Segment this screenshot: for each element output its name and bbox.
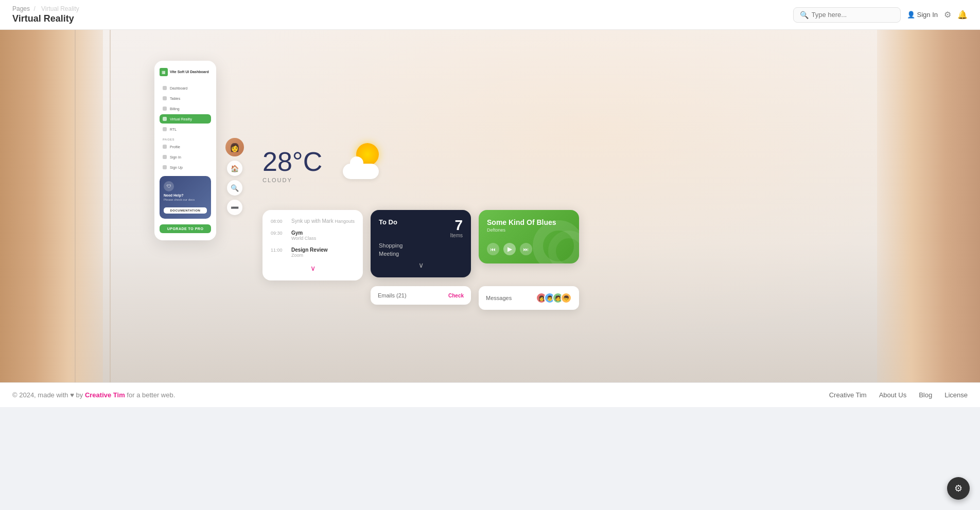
avatar: 👩 — [225, 138, 244, 156]
sidebar-item-rtl[interactable]: RTL — [160, 125, 211, 134]
nav-dot — [163, 165, 167, 169]
todo-list: Shopping Meeting — [379, 242, 463, 257]
schedule-info-1: Synk up with Mark Hangouts — [291, 218, 355, 224]
nav-dot — [163, 155, 167, 159]
notification-icon[interactable]: 🔔 — [957, 10, 968, 20]
schedule-title-1: Synk up with Mark Hangouts — [291, 218, 355, 224]
help-title: Need Help? — [164, 194, 207, 197]
search-box: 🔍 — [793, 7, 901, 23]
home-icon-button[interactable]: 🏠 — [227, 161, 242, 176]
todo-chevron[interactable]: ∨ — [379, 261, 463, 269]
sidebar-label-tables: Tables — [170, 97, 180, 100]
dashboard-panel: ▦ Vite Soft UI Dashboard Dashboard Table… — [154, 61, 216, 240]
cloud-icon — [343, 164, 379, 179]
todo-card: To Do 7 Items Shopping Meeting ∨ — [371, 210, 471, 277]
music-play-button[interactable]: ▶ — [503, 243, 516, 255]
schedule-info-3: Design Review Zoom — [291, 247, 328, 258]
header-right: 🔍 👤 Sign In ⚙ 🔔 — [793, 7, 968, 23]
weather-temperature: 28°C — [262, 148, 322, 175]
schedule-chevron[interactable]: ∨ — [271, 264, 355, 272]
minus-icon-button[interactable]: ➖ — [227, 200, 242, 215]
search-input[interactable] — [812, 11, 894, 19]
schedule-info-2: Gym World Class — [291, 230, 316, 241]
floating-settings-button[interactable]: ⚙ — [947, 477, 970, 500]
footer-link-creative-tim[interactable]: Creative Tim — [829, 391, 867, 399]
music-next-button[interactable]: ⏭ — [520, 243, 532, 255]
emails-label: Emails (21) — [378, 292, 407, 298]
panel-logo-icon: ▦ — [160, 68, 168, 76]
todo-number: 7 — [450, 218, 463, 233]
emails-card: Emails (21) Check — [371, 286, 471, 305]
music-title: Some Kind Of Blues — [487, 218, 571, 226]
breadcrumb: Pages / Virtual Reality — [12, 5, 81, 12]
sidebar-label-vr: Virtual Reality — [170, 117, 192, 121]
weather-widget: 28°C CLOUDY — [262, 148, 322, 183]
schedule-time-3: 11:00 — [271, 247, 286, 258]
todo-item-2: Meeting — [379, 251, 463, 257]
schedule-sub-3: Zoom — [291, 253, 328, 258]
schedule-time-1: 08:00 — [271, 218, 286, 224]
schedule-item-2: 09:30 Gym World Class — [271, 230, 355, 241]
footer-copyright: © 2024, made with ♥ by Creative Tim for … — [12, 391, 175, 399]
footer-author-link[interactable]: Creative Tim — [85, 391, 125, 399]
upgrade-button[interactable]: UPGRADE TO PRO — [160, 224, 211, 233]
footer-copyright-text: © 2024, made with — [12, 391, 68, 399]
breadcrumb-area: Pages / Virtual Reality Virtual Reality — [12, 5, 81, 24]
room-background — [0, 30, 980, 382]
sidebar-item-sign-up[interactable]: Sign Up — [160, 163, 211, 172]
settings-icon[interactable]: ⚙ — [944, 10, 951, 20]
footer-links: Creative Tim About Us Blog License — [829, 391, 968, 399]
page-title: Virtual Reality — [12, 13, 81, 24]
footer-by: by — [76, 391, 83, 399]
sidebar-label-profile: Profile — [170, 145, 180, 149]
message-avatar-4: 👦 — [561, 292, 572, 304]
sidebar-item-sign-in[interactable]: Sign In — [160, 152, 211, 162]
panel-logo: ▦ Vite Soft UI Dashboard — [160, 68, 211, 76]
schedule-title-2: Gym — [291, 230, 316, 236]
pages-section-label: PAGES — [160, 135, 211, 142]
music-artist: Deftones — [487, 227, 571, 233]
breadcrumb-pages-link[interactable]: Pages — [12, 5, 30, 12]
documentation-button[interactable]: DOCUMENTATION — [164, 207, 207, 214]
nav-dot — [163, 86, 167, 90]
sidebar-item-billing[interactable]: Billing — [160, 104, 211, 113]
schedule-time-2: 09:30 — [271, 230, 286, 241]
schedule-title-3: Design Review — [291, 247, 328, 253]
help-box: 🛡 Need Help? Please check our docs DOCUM… — [160, 176, 211, 219]
sidebar-label-sign-in: Sign In — [170, 155, 181, 159]
sidebar-item-virtual-reality[interactable]: Virtual Reality — [160, 114, 211, 124]
nav-dot — [163, 145, 167, 149]
footer-link-about-us[interactable]: About Us — [879, 391, 906, 399]
schedule-item-1: 08:00 Synk up with Mark Hangouts — [271, 218, 355, 224]
emails-check-button[interactable]: Check — [448, 293, 464, 298]
sign-in-button[interactable]: 👤 Sign In — [907, 11, 938, 19]
sidebar-item-profile[interactable]: Profile — [160, 142, 211, 151]
nav-dot — [163, 96, 167, 100]
door-frame — [75, 30, 111, 382]
avatar-face: 👩 — [225, 138, 244, 156]
sidebar-label-billing: Billing — [170, 107, 180, 111]
messages-card: Messages 👩 👨 🧑 👦 — [479, 286, 579, 310]
messages-avatars: 👩 👨 🧑 👦 — [536, 292, 572, 304]
main-content: ▦ Vite Soft UI Dashboard Dashboard Table… — [0, 30, 980, 382]
weather-condition: CLOUDY — [262, 177, 322, 183]
todo-items-label: Items — [450, 233, 463, 238]
help-icon: 🛡 — [164, 181, 174, 191]
music-controls: ⏮ ▶ ⏭ — [487, 243, 571, 255]
sign-in-label: Sign In — [917, 11, 938, 19]
schedule-card: 08:00 Synk up with Mark Hangouts 09:30 G… — [262, 210, 363, 280]
breadcrumb-current: Virtual Reality — [41, 5, 79, 12]
footer-link-blog[interactable]: Blog — [919, 391, 932, 399]
todo-title: To Do — [379, 218, 397, 226]
help-subtitle: Please check our docs — [164, 198, 207, 201]
sidebar-item-dashboard[interactable]: Dashboard — [160, 83, 211, 93]
footer-heart: ♥ — [70, 391, 76, 399]
top-header: Pages / Virtual Reality Virtual Reality … — [0, 0, 980, 30]
sidebar-label-sign-up: Sign Up — [170, 166, 183, 169]
footer-link-license[interactable]: License — [944, 391, 968, 399]
sidebar-item-tables[interactable]: Tables — [160, 94, 211, 103]
schedule-sub-2: World Class — [291, 236, 316, 241]
search-icon-button[interactable]: 🔍 — [227, 180, 242, 196]
todo-count-area: 7 Items — [450, 218, 463, 238]
music-prev-button[interactable]: ⏮ — [487, 243, 499, 255]
